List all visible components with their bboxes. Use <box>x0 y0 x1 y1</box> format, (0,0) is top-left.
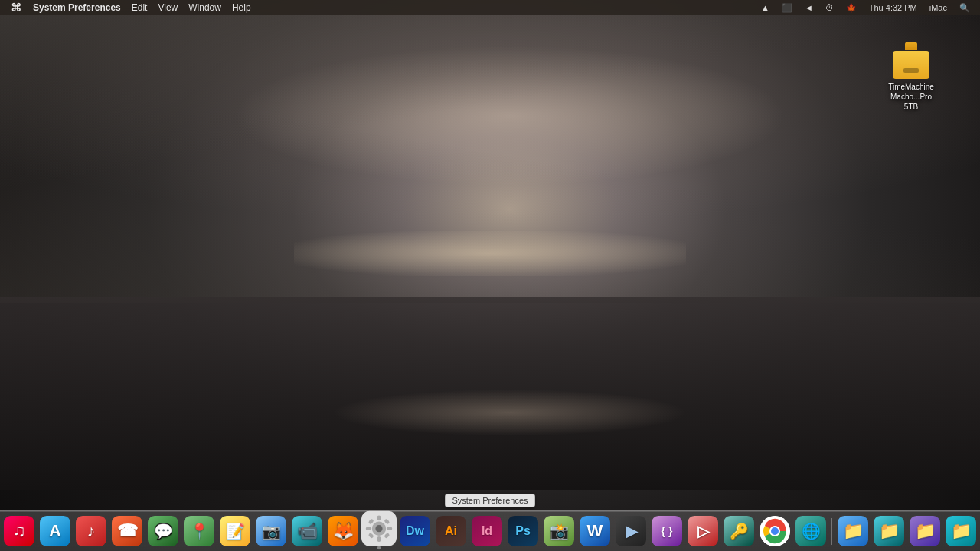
iphoto-dock-icon[interactable]: 📸 <box>542 514 576 548</box>
folder3-dock-icon[interactable]: 📁 <box>908 514 942 548</box>
menubar: ⌘ System Preferences Edit View Window He… <box>0 0 980 15</box>
illustrator-dock-icon[interactable]: Ai <box>434 514 468 548</box>
stickies-dock-icon[interactable]: 📝 <box>218 514 252 548</box>
help-menu[interactable]: Help <box>227 0 256 15</box>
folder1-dock-icon[interactable]: 📁 <box>836 514 870 548</box>
dock-separator <box>831 518 832 545</box>
drive-icon-graphic <box>893 42 929 79</box>
drive-body <box>893 51 929 79</box>
syspref-dock-icon[interactable] <box>360 509 399 548</box>
time-machine-status: ⏱ <box>820 0 839 15</box>
finalcut-dock-icon[interactable]: ▶ <box>614 514 648 548</box>
computer-name: iMac <box>924 0 952 15</box>
itunes-dock-icon[interactable]: ♫ <box>2 514 36 548</box>
networkutil-dock-icon[interactable]: 🌐 <box>794 514 828 548</box>
search-icon[interactable]: 🔍 <box>954 0 975 15</box>
chrome-dock-icon[interactable] <box>758 514 792 548</box>
window-menu[interactable]: Window <box>183 0 227 15</box>
music-dock-icon[interactable]: ♪ <box>74 514 108 548</box>
dock: ♫ A ♪ ☎ 💬 📍 📝 <box>0 510 980 551</box>
drive-plug <box>905 42 917 50</box>
appstore-dock-icon[interactable]: A <box>38 514 72 548</box>
facetime-dock-icon[interactable]: 📹 <box>290 514 324 548</box>
drive-label: TimeMachine Macbo...Pro 5TB <box>884 82 938 112</box>
addressbook-dock-icon[interactable]: ☎ <box>110 514 144 548</box>
firefox-dock-icon[interactable]: 🦊 <box>326 514 360 548</box>
clock: Thu 4:32 PM <box>864 0 923 15</box>
coda-dock-icon[interactable]: { } <box>650 514 684 548</box>
dock-container: System Preferences ♫ A <box>0 494 980 551</box>
view-menu[interactable]: View <box>152 0 183 15</box>
edit-menu[interactable]: Edit <box>126 0 153 15</box>
svg-rect-14 <box>366 527 371 530</box>
folder2-dock-icon[interactable]: 📁 <box>872 514 906 548</box>
svg-rect-13 <box>377 536 381 542</box>
dreamweaver-dock-icon[interactable]: Dw <box>398 514 432 548</box>
indesign-dock-icon[interactable]: Id <box>470 514 504 548</box>
maps-dock-icon[interactable]: 📍 <box>182 514 216 548</box>
app-name[interactable]: System Preferences <box>28 0 126 15</box>
volume-status: ◄ <box>799 0 818 15</box>
svg-rect-15 <box>387 527 392 530</box>
folder4-dock-icon[interactable]: 📁 <box>944 514 978 548</box>
photoshop-dock-icon[interactable]: Ps <box>506 514 540 548</box>
desktop: ⌘ System Preferences Edit View Window He… <box>0 0 980 551</box>
horizon-glow <box>294 231 686 276</box>
flag-icon: 🍁 <box>841 0 862 15</box>
time-machine-drive[interactable]: TimeMachine Macbo...Pro 5TB <box>884 42 938 112</box>
wifi-status: ▲ <box>756 0 775 15</box>
svg-point-11 <box>375 525 382 532</box>
keychain-dock-icon[interactable]: 🔑 <box>722 514 756 548</box>
dock-tooltip: System Preferences <box>445 494 534 507</box>
drive-port <box>903 68 919 73</box>
battery-status: ⬛ <box>776 0 798 15</box>
word-dock-icon[interactable]: W <box>578 514 612 548</box>
svg-rect-12 <box>377 515 381 520</box>
water-layer <box>0 297 980 490</box>
dvdplayer-dock-icon[interactable]: ▷ <box>686 514 720 548</box>
svg-point-23 <box>771 527 779 535</box>
imagecapture-dock-icon[interactable]: 📷 <box>254 514 288 548</box>
syspref-active-dot <box>377 546 381 550</box>
apple-menu[interactable]: ⌘ <box>5 0 28 15</box>
messages-dock-icon[interactable]: 💬 <box>146 514 180 548</box>
